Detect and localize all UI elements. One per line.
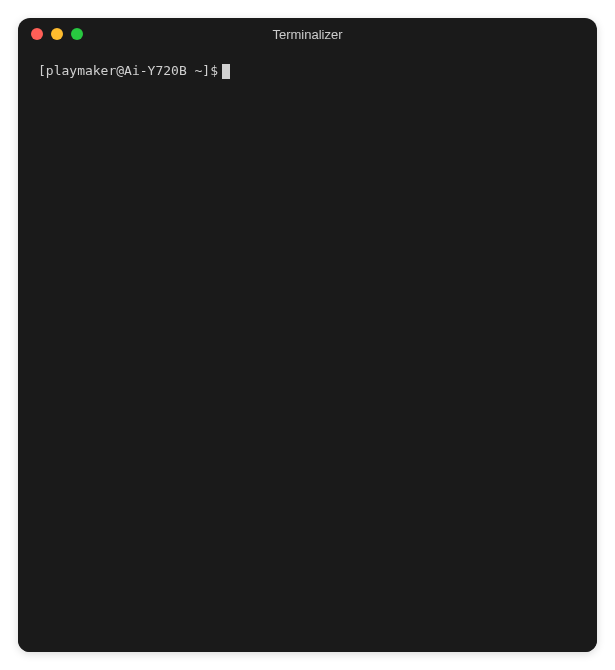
terminal-window: Terminalizer [playmaker@Ai-Y720B ~]$ bbox=[18, 18, 597, 652]
prompt-line: [playmaker@Ai-Y720B ~]$ bbox=[38, 62, 577, 80]
traffic-lights bbox=[18, 28, 83, 40]
minimize-icon[interactable] bbox=[51, 28, 63, 40]
shell-prompt: [playmaker@Ai-Y720B ~]$ bbox=[38, 62, 218, 80]
maximize-icon[interactable] bbox=[71, 28, 83, 40]
titlebar: Terminalizer bbox=[18, 18, 597, 50]
cursor-icon bbox=[222, 64, 230, 79]
close-icon[interactable] bbox=[31, 28, 43, 40]
terminal-body[interactable]: [playmaker@Ai-Y720B ~]$ bbox=[18, 50, 597, 652]
window-title: Terminalizer bbox=[18, 27, 597, 42]
